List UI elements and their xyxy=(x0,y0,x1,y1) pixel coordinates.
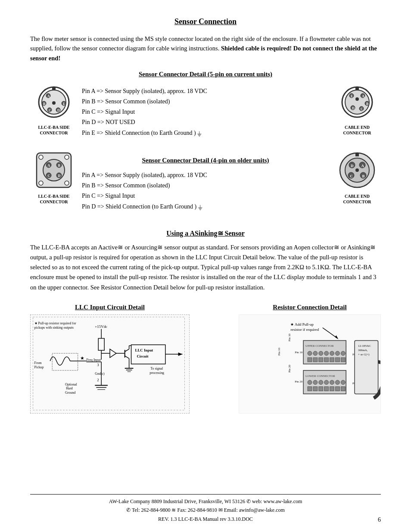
page: Sensor Connection The flow meter sensor … xyxy=(0,0,411,532)
cable-end-label-4pin: CABLE ENDCONNECTOR xyxy=(343,193,371,205)
svg-text:Gnd(c): Gnd(c) xyxy=(95,372,105,376)
resistor-connection-block: Resistor Connection Detail ★ Add Pull-up… xyxy=(239,304,381,414)
svg-rect-118 xyxy=(335,358,339,362)
svg-text:D: D xyxy=(57,109,60,112)
svg-point-131 xyxy=(341,380,345,384)
svg-rect-2 xyxy=(52,87,56,90)
svg-marker-74 xyxy=(178,352,183,356)
pin-a-5pin: Pin A => Sensor Supply (isolated), appro… xyxy=(82,86,329,96)
svg-text:Circuit: Circuit xyxy=(137,354,148,358)
pin-list-4pin: Sensor Connector Detail (4-pin on older … xyxy=(82,149,329,213)
body-paragraph: The LLC-E-BA accepts an Aactive≅ or Asou… xyxy=(30,243,381,292)
svg-point-106 xyxy=(308,351,312,355)
svg-text:Pin 20: Pin 20 xyxy=(295,380,302,383)
svg-text:Pickup: Pickup xyxy=(34,365,44,369)
svg-text:B: B xyxy=(366,102,369,106)
svg-point-127 xyxy=(319,380,323,384)
section2-title: Sensor Connector Detail (4-pin on older … xyxy=(82,155,329,166)
llc-side-label-5pin: LLC-E-BA SIDECONNECTOR xyxy=(38,124,69,136)
svg-point-111 xyxy=(335,351,339,355)
svg-rect-133 xyxy=(313,386,318,391)
llc-side-label-4pin: LLC-E-BA SIDECONNECTOR xyxy=(38,193,69,205)
connector-5pin-svg: A B C D E xyxy=(34,84,73,123)
svg-point-13 xyxy=(52,101,56,105)
svg-rect-54 xyxy=(33,317,185,410)
footer-line1: AW-Lake Company 8809 Industrial Drive, F… xyxy=(30,497,381,506)
footer: AW-Lake Company 8809 Industrial Drive, F… xyxy=(30,494,381,523)
svg-rect-116 xyxy=(324,358,329,362)
svg-rect-16 xyxy=(355,87,359,90)
intro-paragraph: The flow meter sensor is connected using… xyxy=(30,34,381,63)
svg-rect-138 xyxy=(341,386,345,391)
pin-a-4pin: Pin A => Sensor Supply (isolated), appro… xyxy=(82,170,329,180)
svg-rect-114 xyxy=(313,358,318,362)
svg-rect-44 xyxy=(355,153,359,156)
diagrams-row: LLC Input Circuit Detail ★ Pull-up resis… xyxy=(30,304,381,414)
pin-c-4pin: Pin C => Signal Input xyxy=(82,191,329,201)
svg-text:★ Pull-up resistor required fo: ★ Pull-up resistor required for xyxy=(34,321,77,325)
cable-end-connector-5pin: E A B D C CABLE ENDCONNECTOR xyxy=(333,84,381,136)
svg-point-108 xyxy=(319,351,323,355)
svg-text:UPPER CONNECTOR: UPPER CONNECTOR xyxy=(305,344,334,347)
svg-rect-113 xyxy=(308,358,312,362)
svg-point-128 xyxy=(324,380,329,384)
svg-point-33 xyxy=(43,159,65,181)
svg-rect-117 xyxy=(330,358,334,362)
svg-point-29 xyxy=(39,155,43,159)
svg-text:A: A xyxy=(362,94,364,98)
svg-point-31 xyxy=(39,181,43,185)
pin-c-5pin: Pin C => Signal Input xyxy=(82,107,329,117)
svg-text:A: A xyxy=(47,94,50,98)
svg-point-53 xyxy=(355,168,359,172)
svg-text:A: A xyxy=(361,163,364,168)
svg-text:processing: processing xyxy=(149,371,164,375)
four-pin-section: A B C D LLC-E-BA SIDECONNECTOR Sensor Co… xyxy=(30,149,381,213)
svg-rect-137 xyxy=(335,386,339,391)
svg-rect-115 xyxy=(319,358,323,362)
cable-end-4pin-svg: D A B C xyxy=(336,149,379,192)
svg-text:2: 2 xyxy=(97,377,99,382)
llc-diagram-title: LLC Input Circuit Detail xyxy=(75,304,145,311)
svg-rect-136 xyxy=(330,386,334,391)
svg-text:C: C xyxy=(48,174,50,178)
svg-text:★ Add Pull-up: ★ Add Pull-up xyxy=(290,322,314,327)
svg-marker-102 xyxy=(335,335,338,339)
svg-point-23 xyxy=(355,97,359,101)
svg-point-130 xyxy=(335,380,339,384)
svg-text:3: 3 xyxy=(97,363,99,367)
svg-marker-61 xyxy=(110,349,116,358)
svg-text:Pin 10: Pin 10 xyxy=(295,351,302,354)
svg-text:+ or C(+): + or C(+) xyxy=(358,353,369,356)
llc-side-connector-5pin: A B C D E LLC-E-BA SIDECONNECTOR xyxy=(30,84,78,136)
llc-circuit-svg: ★ Pull-up resistor required for pickups … xyxy=(30,314,190,414)
svg-text:+15Vdc: +15Vdc xyxy=(95,324,107,329)
svg-text:B: B xyxy=(58,164,61,168)
svg-text:LOWER CONNECTOR: LOWER CONNECTOR xyxy=(305,374,335,377)
pin-list-5pin: Pin A => Sensor Supply (isolated), appro… xyxy=(82,84,329,139)
connector-4pin-svg: A B C D xyxy=(32,149,75,192)
footer-line2: ✆ Tel: 262-884-9800 ≋ Fax: 262-884-9810 … xyxy=(30,506,381,514)
resistor-connection-svg: ★ Add Pull-up resistor if required ★ UPP… xyxy=(239,314,381,414)
svg-text:D: D xyxy=(351,163,354,168)
svg-text:C: C xyxy=(49,109,51,112)
svg-text:To signal: To signal xyxy=(150,367,163,370)
svg-text:Pin 10: Pin 10 xyxy=(277,348,280,355)
svg-rect-98 xyxy=(52,353,78,370)
svg-text:From: From xyxy=(34,361,42,365)
section1-title: Sensor Connector Detail (5-pin on curren… xyxy=(30,71,381,78)
svg-rect-59 xyxy=(98,338,104,350)
svg-rect-132 xyxy=(308,386,312,391)
svg-line-68 xyxy=(125,349,129,352)
svg-text:C: C xyxy=(361,107,363,111)
svg-text:★: ★ xyxy=(80,355,84,361)
svg-text:C: C xyxy=(350,174,353,178)
pin-b-5pin: Pin B => Sensor Common (isolated) xyxy=(82,96,329,107)
svg-point-110 xyxy=(330,351,334,355)
svg-text:E: E xyxy=(63,102,65,106)
svg-point-32 xyxy=(65,181,69,185)
llc-side-connector-4pin: A B C D LLC-E-BA SIDECONNECTOR xyxy=(30,149,78,205)
svg-rect-134 xyxy=(319,386,323,391)
svg-text:12-18VAC: 12-18VAC xyxy=(358,344,371,347)
svg-text:resistor if required: resistor if required xyxy=(290,327,319,331)
using-title: Using a ASinking≅ Sensor xyxy=(30,229,381,237)
